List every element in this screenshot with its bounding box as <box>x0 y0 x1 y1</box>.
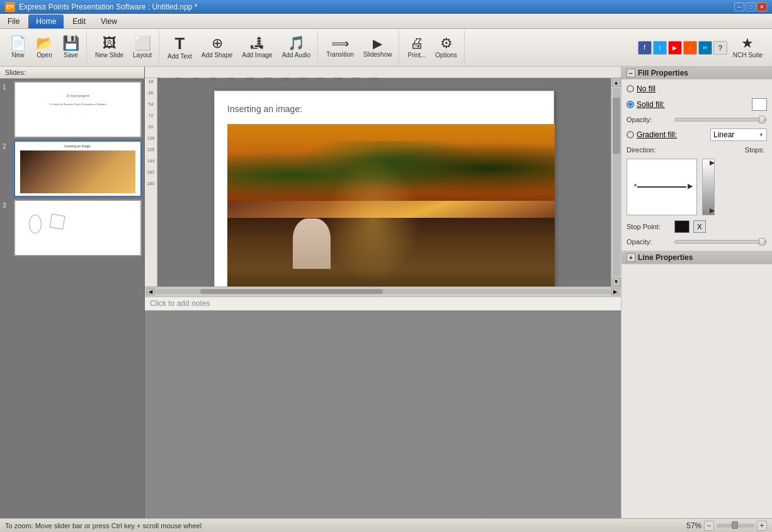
slide-main[interactable]: Inserting an image: © Benoit COURTI <box>214 91 554 286</box>
slides-list: 1 A new project To check the Express Poi… <box>0 79 144 518</box>
slide-3-rect <box>49 213 65 229</box>
layout-icon: ⬜ <box>134 37 151 50</box>
stop-top-marker[interactable] <box>710 161 715 166</box>
slideshow-icon: ▶ <box>373 37 382 50</box>
layout-button[interactable]: ⬜ Layout <box>128 31 156 64</box>
slide-preview-3[interactable] <box>14 200 142 256</box>
print-button[interactable]: 🖨 Print... <box>403 31 430 64</box>
open-button[interactable]: 📂 Open <box>31 31 57 64</box>
no-fill-label: No fill <box>637 84 656 93</box>
h-scroll-left-btn[interactable]: ◀ <box>146 288 155 295</box>
menubar: File Home Edit View <box>0 14 772 29</box>
menu-file[interactable]: File <box>0 14 27 28</box>
v-scrollbar[interactable]: ▲ ▼ <box>611 78 621 286</box>
gradient-type-dropdown[interactable]: Linear ▼ <box>710 128 767 141</box>
new-slide-label: New Slide <box>95 52 123 59</box>
no-fill-radio[interactable] <box>627 85 634 93</box>
h-scroll-thumb[interactable] <box>200 289 383 294</box>
ruler-v-126: 126 <box>147 147 155 159</box>
gradient-opacity-label: Opacity: <box>627 238 671 246</box>
fill-properties-header[interactable]: − Fill Properties <box>622 67 772 79</box>
open-icon: 📂 <box>36 37 53 50</box>
slide-preview-1[interactable]: A new project To check the Express Point… <box>14 81 142 138</box>
canvas-wrapper: 18 36 54 72 90 108 126 144 162 180 Inser… <box>145 78 621 286</box>
ruler-top: 0 20 40 60 80 100 120 140 160 180 200 22… <box>145 67 621 78</box>
add-image-label: Add Image <box>242 52 272 59</box>
slide-image[interactable]: © Benoit COURTI <box>227 124 555 286</box>
social-fb-icon[interactable]: f <box>638 41 652 55</box>
zoom-out-button[interactable]: − <box>704 521 714 531</box>
solid-fill-color[interactable] <box>752 98 767 111</box>
ruler-mark-80: 80 <box>228 76 234 82</box>
slide-thumb-2[interactable]: 2 Inserting an image: <box>3 140 142 197</box>
line-expand-btn[interactable]: + <box>627 253 635 262</box>
solid-fill-option[interactable]: Solid fill: <box>627 100 748 109</box>
main-area: Slides: 1 A new project To check the Exp… <box>0 67 772 518</box>
slide-preview-2[interactable]: Inserting an image: <box>14 140 142 197</box>
save-button[interactable]: 💾 Save <box>58 31 84 64</box>
add-text-button[interactable]: T Add Text <box>163 31 196 64</box>
v-scroll-down-btn[interactable]: ▼ <box>612 278 621 286</box>
h-scroll-right-btn[interactable]: ▶ <box>611 288 620 295</box>
solid-fill-radio[interactable] <box>627 101 634 108</box>
maximize-button[interactable]: □ <box>746 3 756 11</box>
slide-thumb-3[interactable]: 3 <box>3 200 142 256</box>
add-shape-button[interactable]: ⊕ Add Shape <box>197 31 237 64</box>
open-label: Open <box>37 52 52 59</box>
solid-opacity-slider[interactable] <box>674 118 767 122</box>
close-button[interactable]: ✕ <box>757 3 767 11</box>
no-fill-link[interactable]: No fill <box>637 84 656 93</box>
v-scroll-up-btn[interactable]: ▲ <box>612 78 621 87</box>
menu-view[interactable]: View <box>93 14 125 28</box>
nch-suite-button[interactable]: ★ NCH Suite <box>729 31 767 64</box>
fill-expand-btn[interactable]: − <box>627 69 635 77</box>
line-properties-header[interactable]: + Line Properties <box>622 251 772 264</box>
gradient-fill-option[interactable]: Gradient fill: <box>627 130 707 139</box>
options-icon: ⚙ <box>440 37 453 50</box>
social-tw-icon[interactable]: t <box>653 41 667 55</box>
help-icon[interactable]: ? <box>713 41 727 55</box>
stop-x-button[interactable]: X <box>693 220 706 233</box>
stop-point-label: Stop Point: <box>627 223 671 230</box>
add-audio-label: Add Audio <box>282 52 311 59</box>
add-image-button[interactable]: 🏞 Add Image <box>237 31 276 64</box>
toolbar-group-file: 📄 New 📂 Open 💾 Save <box>3 30 87 65</box>
gradient-opacity-row: Opacity: <box>627 238 767 246</box>
options-button[interactable]: ⚙ Options <box>431 31 461 64</box>
image-light <box>326 158 420 284</box>
stop-point-row: Stop Point: X <box>627 220 767 233</box>
social-sc-icon[interactable]: ♪ <box>683 41 697 55</box>
notes-bar[interactable]: Click to add notes <box>145 297 621 310</box>
slideshow-button[interactable]: ▶ Slideshow <box>359 31 397 64</box>
gradient-opacity-slider[interactable] <box>674 240 767 244</box>
ruler-v-144: 144 <box>147 159 155 170</box>
zoom-slider[interactable] <box>717 524 754 528</box>
stops-box[interactable] <box>702 159 715 215</box>
print-icon: 🖨 <box>410 37 424 50</box>
new-slide-button[interactable]: 🖼 New Slide <box>91 31 128 64</box>
social-li-icon[interactable]: in <box>698 41 712 55</box>
slide-thumb-1[interactable]: 1 A new project To check the Express Poi… <box>3 81 142 138</box>
gradient-fill-radio[interactable] <box>627 131 634 139</box>
transition-button[interactable]: ⟹ Transition <box>322 31 358 64</box>
slide-3-oval <box>29 215 42 234</box>
stop-color-swatch[interactable] <box>674 220 690 233</box>
gradient-fill-label[interactable]: Gradient fill: <box>637 130 677 139</box>
solid-opacity-thumb[interactable] <box>759 116 765 123</box>
minimize-button[interactable]: ─ <box>734 3 744 11</box>
zoom-in-button[interactable]: + <box>757 521 767 531</box>
menu-home[interactable]: Home <box>28 14 64 28</box>
stops-label: Stops: <box>745 146 764 154</box>
stop-bottom-marker[interactable] <box>710 208 715 213</box>
social-yt-icon[interactable]: ▶ <box>668 41 682 55</box>
gradient-opacity-thumb[interactable] <box>759 238 765 246</box>
add-audio-button[interactable]: 🎵 Add Audio <box>278 31 315 64</box>
zoom-slider-thumb[interactable] <box>732 521 738 529</box>
v-scroll-thumb[interactable] <box>613 98 620 154</box>
new-button[interactable]: 📄 New <box>5 31 31 64</box>
no-fill-option[interactable]: No fill <box>627 84 767 93</box>
direction-box[interactable] <box>627 159 697 215</box>
menu-edit[interactable]: Edit <box>65 14 93 28</box>
line-properties-title: Line Properties <box>638 253 693 262</box>
solid-fill-label[interactable]: Solid fill: <box>637 100 665 109</box>
